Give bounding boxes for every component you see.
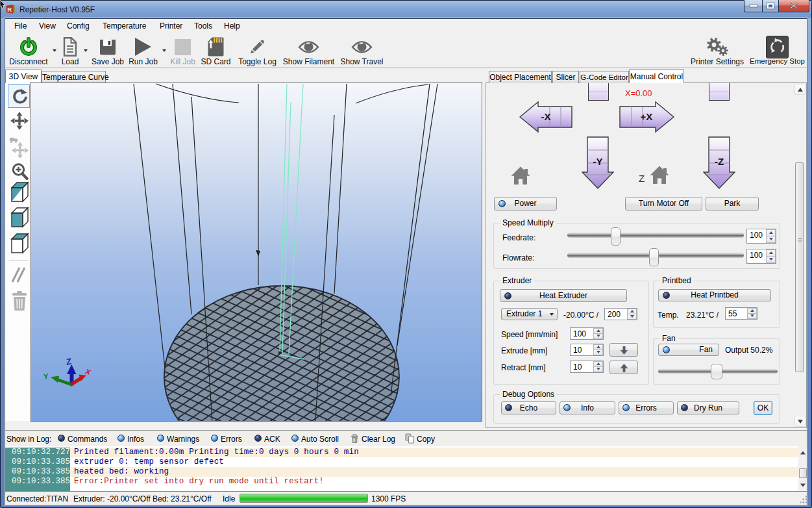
- svg-text:R: R: [7, 6, 12, 13]
- svg-text:-Y: -Y: [593, 156, 603, 167]
- svg-text:-X: -X: [541, 111, 551, 122]
- svg-text:-Z: -Z: [715, 156, 724, 167]
- svg-text:+X: +X: [641, 111, 653, 122]
